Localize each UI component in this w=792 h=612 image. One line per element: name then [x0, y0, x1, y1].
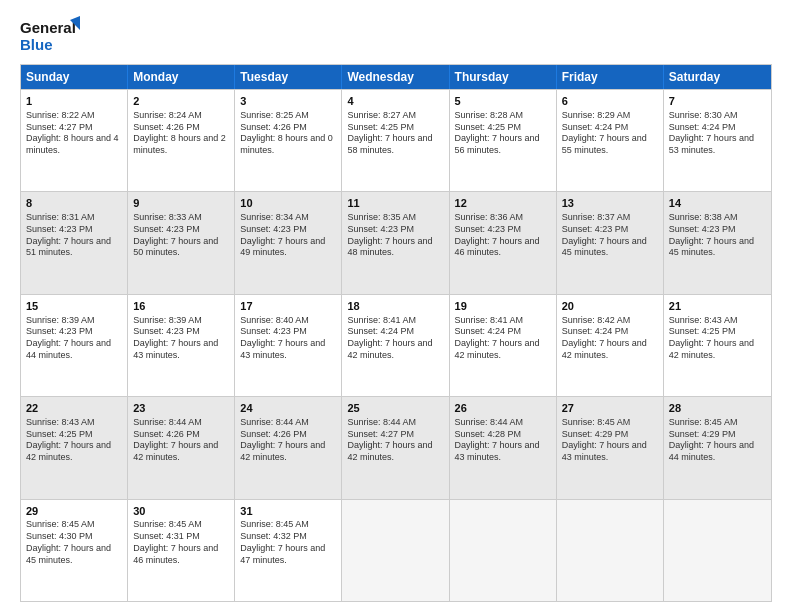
calendar-week-2: 8Sunrise: 8:31 AMSunset: 4:23 PMDaylight…	[21, 191, 771, 293]
calendar-cell-16: 16Sunrise: 8:39 AMSunset: 4:23 PMDayligh…	[128, 295, 235, 396]
day-number: 9	[133, 196, 229, 211]
header-day-saturday: Saturday	[664, 65, 771, 89]
calendar-week-4: 22Sunrise: 8:43 AMSunset: 4:25 PMDayligh…	[21, 396, 771, 498]
day-number: 24	[240, 401, 336, 416]
cell-info: Sunrise: 8:44 AMSunset: 4:27 PMDaylight:…	[347, 417, 443, 464]
day-number: 16	[133, 299, 229, 314]
svg-text:General: General	[20, 19, 76, 36]
calendar-cell-13: 13Sunrise: 8:37 AMSunset: 4:23 PMDayligh…	[557, 192, 664, 293]
logo-svg: GeneralBlue	[20, 16, 80, 56]
calendar-cell-8: 8Sunrise: 8:31 AMSunset: 4:23 PMDaylight…	[21, 192, 128, 293]
day-number: 4	[347, 94, 443, 109]
calendar-cell-empty	[664, 500, 771, 601]
calendar-cell-25: 25Sunrise: 8:44 AMSunset: 4:27 PMDayligh…	[342, 397, 449, 498]
cell-info: Sunrise: 8:45 AMSunset: 4:30 PMDaylight:…	[26, 519, 122, 566]
day-number: 26	[455, 401, 551, 416]
calendar-cell-empty	[450, 500, 557, 601]
day-number: 27	[562, 401, 658, 416]
cell-info: Sunrise: 8:45 AMSunset: 4:32 PMDaylight:…	[240, 519, 336, 566]
calendar-cell-empty	[557, 500, 664, 601]
calendar-cell-14: 14Sunrise: 8:38 AMSunset: 4:23 PMDayligh…	[664, 192, 771, 293]
logo: GeneralBlue	[20, 16, 80, 56]
day-number: 7	[669, 94, 766, 109]
calendar-cell-5: 5Sunrise: 8:28 AMSunset: 4:25 PMDaylight…	[450, 90, 557, 191]
calendar-body: 1Sunrise: 8:22 AMSunset: 4:27 PMDaylight…	[21, 89, 771, 601]
day-number: 1	[26, 94, 122, 109]
cell-info: Sunrise: 8:37 AMSunset: 4:23 PMDaylight:…	[562, 212, 658, 259]
cell-info: Sunrise: 8:45 AMSunset: 4:29 PMDaylight:…	[562, 417, 658, 464]
cell-info: Sunrise: 8:25 AMSunset: 4:26 PMDaylight:…	[240, 110, 336, 157]
calendar-cell-12: 12Sunrise: 8:36 AMSunset: 4:23 PMDayligh…	[450, 192, 557, 293]
calendar-cell-empty	[342, 500, 449, 601]
day-number: 21	[669, 299, 766, 314]
day-number: 6	[562, 94, 658, 109]
header-day-friday: Friday	[557, 65, 664, 89]
cell-info: Sunrise: 8:44 AMSunset: 4:26 PMDaylight:…	[133, 417, 229, 464]
calendar-cell-21: 21Sunrise: 8:43 AMSunset: 4:25 PMDayligh…	[664, 295, 771, 396]
header-day-tuesday: Tuesday	[235, 65, 342, 89]
svg-text:Blue: Blue	[20, 36, 53, 53]
cell-info: Sunrise: 8:42 AMSunset: 4:24 PMDaylight:…	[562, 315, 658, 362]
calendar: SundayMondayTuesdayWednesdayThursdayFrid…	[20, 64, 772, 602]
header-day-thursday: Thursday	[450, 65, 557, 89]
cell-info: Sunrise: 8:43 AMSunset: 4:25 PMDaylight:…	[669, 315, 766, 362]
cell-info: Sunrise: 8:33 AMSunset: 4:23 PMDaylight:…	[133, 212, 229, 259]
calendar-cell-31: 31Sunrise: 8:45 AMSunset: 4:32 PMDayligh…	[235, 500, 342, 601]
calendar-cell-20: 20Sunrise: 8:42 AMSunset: 4:24 PMDayligh…	[557, 295, 664, 396]
cell-info: Sunrise: 8:44 AMSunset: 4:26 PMDaylight:…	[240, 417, 336, 464]
calendar-cell-29: 29Sunrise: 8:45 AMSunset: 4:30 PMDayligh…	[21, 500, 128, 601]
day-number: 2	[133, 94, 229, 109]
calendar-cell-24: 24Sunrise: 8:44 AMSunset: 4:26 PMDayligh…	[235, 397, 342, 498]
cell-info: Sunrise: 8:39 AMSunset: 4:23 PMDaylight:…	[26, 315, 122, 362]
day-number: 13	[562, 196, 658, 211]
calendar-cell-23: 23Sunrise: 8:44 AMSunset: 4:26 PMDayligh…	[128, 397, 235, 498]
cell-info: Sunrise: 8:43 AMSunset: 4:25 PMDaylight:…	[26, 417, 122, 464]
cell-info: Sunrise: 8:45 AMSunset: 4:31 PMDaylight:…	[133, 519, 229, 566]
day-number: 29	[26, 504, 122, 519]
day-number: 17	[240, 299, 336, 314]
cell-info: Sunrise: 8:44 AMSunset: 4:28 PMDaylight:…	[455, 417, 551, 464]
cell-info: Sunrise: 8:27 AMSunset: 4:25 PMDaylight:…	[347, 110, 443, 157]
calendar-cell-9: 9Sunrise: 8:33 AMSunset: 4:23 PMDaylight…	[128, 192, 235, 293]
cell-info: Sunrise: 8:31 AMSunset: 4:23 PMDaylight:…	[26, 212, 122, 259]
calendar-cell-28: 28Sunrise: 8:45 AMSunset: 4:29 PMDayligh…	[664, 397, 771, 498]
calendar-cell-17: 17Sunrise: 8:40 AMSunset: 4:23 PMDayligh…	[235, 295, 342, 396]
day-number: 11	[347, 196, 443, 211]
header: GeneralBlue	[20, 16, 772, 56]
day-number: 10	[240, 196, 336, 211]
calendar-cell-22: 22Sunrise: 8:43 AMSunset: 4:25 PMDayligh…	[21, 397, 128, 498]
calendar-cell-10: 10Sunrise: 8:34 AMSunset: 4:23 PMDayligh…	[235, 192, 342, 293]
day-number: 31	[240, 504, 336, 519]
cell-info: Sunrise: 8:22 AMSunset: 4:27 PMDaylight:…	[26, 110, 122, 157]
day-number: 8	[26, 196, 122, 211]
day-number: 28	[669, 401, 766, 416]
cell-info: Sunrise: 8:30 AMSunset: 4:24 PMDaylight:…	[669, 110, 766, 157]
cell-info: Sunrise: 8:34 AMSunset: 4:23 PMDaylight:…	[240, 212, 336, 259]
day-number: 18	[347, 299, 443, 314]
cell-info: Sunrise: 8:41 AMSunset: 4:24 PMDaylight:…	[455, 315, 551, 362]
calendar-cell-7: 7Sunrise: 8:30 AMSunset: 4:24 PMDaylight…	[664, 90, 771, 191]
day-number: 15	[26, 299, 122, 314]
cell-info: Sunrise: 8:45 AMSunset: 4:29 PMDaylight:…	[669, 417, 766, 464]
cell-info: Sunrise: 8:28 AMSunset: 4:25 PMDaylight:…	[455, 110, 551, 157]
header-day-monday: Monday	[128, 65, 235, 89]
calendar-header: SundayMondayTuesdayWednesdayThursdayFrid…	[21, 65, 771, 89]
cell-info: Sunrise: 8:41 AMSunset: 4:24 PMDaylight:…	[347, 315, 443, 362]
day-number: 22	[26, 401, 122, 416]
calendar-cell-11: 11Sunrise: 8:35 AMSunset: 4:23 PMDayligh…	[342, 192, 449, 293]
day-number: 12	[455, 196, 551, 211]
calendar-cell-19: 19Sunrise: 8:41 AMSunset: 4:24 PMDayligh…	[450, 295, 557, 396]
calendar-cell-26: 26Sunrise: 8:44 AMSunset: 4:28 PMDayligh…	[450, 397, 557, 498]
cell-info: Sunrise: 8:35 AMSunset: 4:23 PMDaylight:…	[347, 212, 443, 259]
day-number: 20	[562, 299, 658, 314]
calendar-week-1: 1Sunrise: 8:22 AMSunset: 4:27 PMDaylight…	[21, 89, 771, 191]
cell-info: Sunrise: 8:24 AMSunset: 4:26 PMDaylight:…	[133, 110, 229, 157]
day-number: 14	[669, 196, 766, 211]
cell-info: Sunrise: 8:39 AMSunset: 4:23 PMDaylight:…	[133, 315, 229, 362]
calendar-cell-6: 6Sunrise: 8:29 AMSunset: 4:24 PMDaylight…	[557, 90, 664, 191]
calendar-week-3: 15Sunrise: 8:39 AMSunset: 4:23 PMDayligh…	[21, 294, 771, 396]
calendar-cell-2: 2Sunrise: 8:24 AMSunset: 4:26 PMDaylight…	[128, 90, 235, 191]
cell-info: Sunrise: 8:29 AMSunset: 4:24 PMDaylight:…	[562, 110, 658, 157]
calendar-cell-15: 15Sunrise: 8:39 AMSunset: 4:23 PMDayligh…	[21, 295, 128, 396]
page: GeneralBlue SundayMondayTuesdayWednesday…	[0, 0, 792, 612]
